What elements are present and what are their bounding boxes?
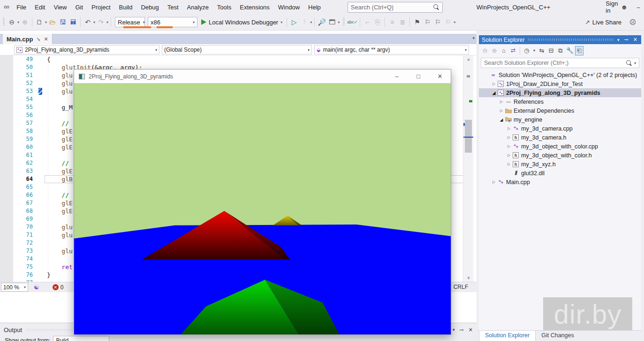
bookmarks-dropdown[interactable]: ▾ [454,20,455,24]
menu-item-view[interactable]: View [49,1,71,13]
expander-icon[interactable]: ▷ [499,100,504,104]
function-dropdown[interactable]: ⬙ main(int argc, char ** argv)▾ [314,45,469,54]
menu-item-debug[interactable]: Debug [136,1,163,13]
show-all-files-button[interactable]: ⧉ [556,46,565,55]
se-options-dropdown[interactable]: ▾ [617,38,620,42]
tree-item-my-engine[interactable]: ◢my_engine [479,115,641,124]
next-bookmark-button[interactable]: ⚐ [433,17,442,27]
se-search-dropdown[interactable]: ▾ [634,61,636,65]
tool-tab-solution-explorer[interactable]: Solution Explorer [479,331,536,341]
spell-check-button[interactable]: abc✓ [347,17,357,27]
hot-reload-dropdown[interactable]: ▾ [310,20,312,24]
decrease-indent-button[interactable]: ≡ [387,17,397,27]
menu-item-tools[interactable]: Tools [213,1,235,13]
new-project-button[interactable]: 🗋 [35,17,44,27]
output-options-dropdown[interactable]: ▾ [453,327,455,332]
solution-explorer-titlebar[interactable]: Solution Explorer ▾ ⊸ ✕ [479,35,641,44]
sign-in-button[interactable]: Sign in ☻ [606,0,628,14]
tree-item-1proj-draw-2dline-for-test[interactable]: ▷⁺₊1Proj_Draw_2DLine_for_Test [479,79,641,88]
start-debugging-icon[interactable] [201,19,206,25]
tree-item-solution-winprojects-opengl-c-2-of-2-pro[interactable]: ∞Solution 'WinProjects_OpenGL_C++' (2 of… [479,70,641,79]
live-share-button[interactable]: ↗ Live Share [585,19,621,26]
save-all-button[interactable]: 🖬 [68,17,78,27]
menu-item-file[interactable]: File [12,1,30,13]
tree-item-my-3d-camera-cpp[interactable]: ▷⁺₊my_3d_camera.cpp [479,124,641,133]
se-pin-icon[interactable]: ⊸ [624,37,629,43]
find-in-files-button[interactable]: 🔎 [317,17,326,27]
send-feedback-button[interactable]: ☹ [628,17,637,27]
increase-indent-button[interactable]: ≣ [398,17,407,27]
expander-icon[interactable]: ▷ [491,180,497,184]
filter-dropdown[interactable]: ▾ [532,46,537,55]
menu-item-project[interactable]: Project [87,1,114,13]
error-count-badge[interactable]: ✕ 0 [53,284,64,291]
tool-tab-git-changes[interactable]: Git Changes [536,331,579,341]
expander-icon[interactable]: ▷ [491,82,497,86]
configuration-combobox[interactable]: Release▾ [115,17,145,27]
redo-dropdown[interactable]: ▾ [106,20,108,24]
clear-bookmarks-button[interactable]: ⚐ [443,17,453,27]
tree-item-my-3d-object-with-color-h[interactable]: ▷hmy_3d_object_with_color.h [479,151,641,160]
opengl-app-window[interactable]: 2Proj_Flying_along_3D_pyramids – □ ✕ [74,69,451,335]
menu-item-test[interactable]: Test [163,1,183,13]
new-project-dropdown[interactable]: ▾ [45,20,47,24]
platform-combobox[interactable]: x86▾ [148,17,197,27]
tree-item-external-dependencies[interactable]: ▷External Dependencies [479,106,641,115]
pending-changes-filter-button[interactable]: ◷ [523,46,531,55]
quick-search-input[interactable] [351,4,433,11]
close-panel-icon[interactable]: ✕ [469,327,473,333]
output-source-combobox[interactable]: Build [53,336,109,341]
start-without-debugging-button[interactable]: ▷ [289,17,299,27]
scope-dropdown[interactable]: (Global Scope)▾ [162,45,312,54]
gl-minimize-button[interactable]: – [386,70,408,83]
gl-maximize-button[interactable]: □ [408,70,429,83]
menu-item-build[interactable]: Build [115,1,137,13]
debug-target-dropdown[interactable]: ▾ [280,20,282,24]
zoom-combobox[interactable]: 100 %▾ [1,283,28,292]
expander-icon[interactable]: ▷ [506,135,512,140]
redo-button[interactable]: ↷ [96,17,106,27]
undo-dropdown[interactable]: ▾ [93,20,95,24]
navigate-back-dropdown[interactable]: ▾ [17,20,19,24]
uncomment-button[interactable]: ⎘ [373,17,382,27]
se-home-button[interactable]: ⌂ [500,46,508,55]
se-forward-button[interactable]: ⊕ [490,46,499,55]
expander-icon[interactable]: ▷ [499,108,504,113]
expander-icon[interactable]: ◢ [491,91,497,95]
tab-main-cpp[interactable]: Main.cpp ⊸ ✕ [3,34,53,44]
project-dropdown[interactable]: ⁺₊ 2Proj_Flying_along_3D_pyramids▾ [14,45,159,54]
vertical-scrollbar[interactable]: ⌶ ▲ ▼ [463,55,473,282]
expander-icon[interactable]: ▷ [506,126,512,131]
code-line-49[interactable]: 49{ [0,55,477,63]
preview-selected-items-button[interactable]: ⎗ [575,46,583,55]
collapse-all-button[interactable]: ⊟ [547,46,555,55]
previous-bookmark-button[interactable]: ⚐ [423,17,432,27]
properties-button[interactable]: 🔧 [566,46,574,55]
minimize-button[interactable]: – [628,0,644,14]
line-ending-indicator[interactable]: CRLF [454,284,468,290]
solution-explorer-search[interactable]: ▾ [481,58,639,68]
comment-button[interactable]: ⌐ [363,17,372,27]
toggle-bookmark-button[interactable]: ⚑ [412,17,422,27]
save-button[interactable]: 🖫 [58,17,68,27]
open-folder-button[interactable]: 🗁 [48,17,57,27]
sync-with-active-document-button[interactable]: ⮂ [509,46,517,55]
expander-icon[interactable]: ▷ [506,153,512,157]
tree-item-my-3d-xyz-h[interactable]: ▷hmy_3d_xyz.h [479,160,641,169]
expander-icon[interactable]: ▷ [506,144,512,148]
tree-item-my-3d-camera-h[interactable]: ▷hmy_3d_camera.h [479,133,641,142]
expander-icon[interactable]: ◢ [499,117,504,122]
menu-item-help[interactable]: Help [304,1,325,13]
close-tab-icon[interactable]: ✕ [44,36,48,42]
tab-list-dropdown[interactable]: ▾ [472,36,475,40]
se-close-icon[interactable]: ✕ [633,37,637,43]
switch-views-button[interactable]: ⇆ [538,46,546,55]
tree-item-references[interactable]: ▷▫–▫References [479,97,641,106]
quick-search-box[interactable] [348,2,443,13]
intellisense-health-icon[interactable]: ☯ [34,284,39,291]
toolbar-grip[interactable] [3,18,5,26]
tree-item-my-3d-object-with-color-cpp[interactable]: ▷⁺₊my_3d_object_with_color.cpp [479,142,641,151]
pin-panel-icon[interactable]: ⊸ [460,327,464,333]
pin-tab-icon[interactable]: ⊸ [35,35,42,43]
menu-item-window[interactable]: Window [274,1,304,13]
